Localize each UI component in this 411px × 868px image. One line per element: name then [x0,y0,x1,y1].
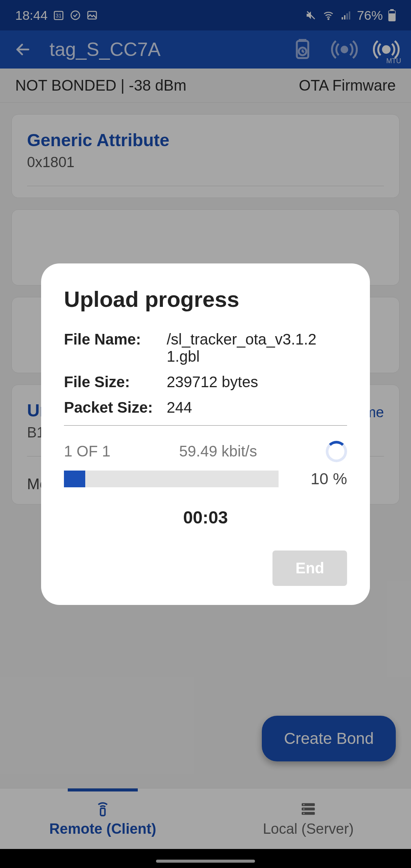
transfer-rate: 59.49 kbit/s [179,443,257,460]
progress-bar [64,471,279,487]
spinner-icon [326,441,347,462]
divider [64,425,347,426]
gesture-handle[interactable] [156,860,255,863]
progress-fill [64,471,85,487]
packetsize-label: Packet Size: [64,399,167,416]
packetsize-value: 244 [167,399,347,416]
filesize-label: File Size: [64,373,167,391]
elapsed-time: 00:03 [64,507,347,528]
end-button[interactable]: End [272,550,347,586]
filename-label: File Name: [64,331,167,365]
progress-percent: 10 % [298,470,347,488]
filesize-value: 239712 bytes [167,373,347,391]
system-nav-bar [0,849,411,868]
upload-progress-dialog: Upload progress File Name: /sl_tracker_o… [41,263,370,605]
file-counter: 1 OF 1 [64,443,110,460]
filename-value: /sl_tracker_ota_v3.1.2 1.gbl [167,331,347,365]
dialog-title: Upload progress [64,286,347,312]
modal-overlay: Upload progress File Name: /sl_tracker_o… [0,0,411,868]
